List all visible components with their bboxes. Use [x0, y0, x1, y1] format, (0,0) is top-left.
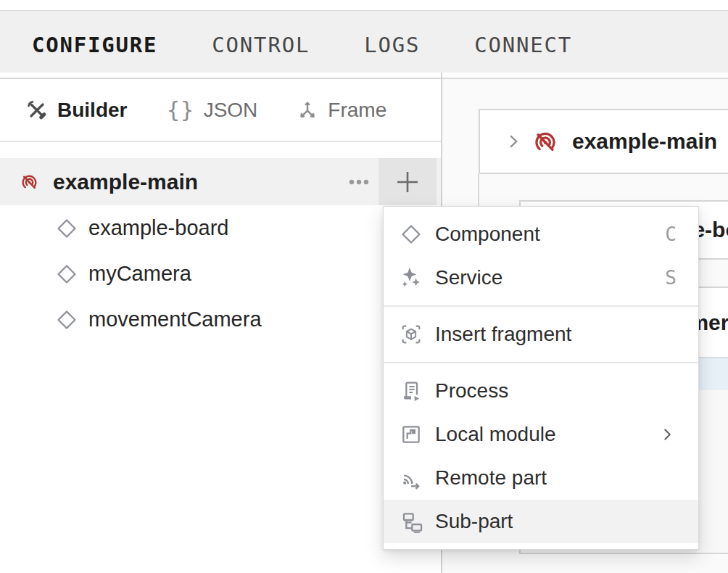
tab-control[interactable]: CONTROL [212, 33, 310, 57]
main-nav: CONFIGURE CONTROL LOGS CONNECT [0, 11, 728, 73]
mode-json[interactable]: {} JSON [166, 99, 257, 122]
window-top-strip [0, 0, 728, 11]
view-mode-toolbar: Builder {} JSON Frame [0, 79, 441, 142]
submenu-chevron-icon [658, 425, 677, 444]
tab-connect[interactable]: CONNECT [474, 33, 572, 57]
frame-axes-icon [297, 99, 318, 121]
menu-item-sub-part[interactable]: Sub-part [384, 500, 698, 543]
menu-item-label: Service [435, 266, 502, 289]
menu-section-resources: Component C Service S [384, 207, 698, 305]
remote-part-icon [400, 466, 423, 490]
chevron-right-icon[interactable] [504, 132, 523, 151]
tree-item-example-board[interactable]: example-board [0, 205, 441, 251]
tab-configure[interactable]: CONFIGURE [32, 33, 157, 57]
mode-frame-label: Frame [328, 99, 386, 122]
menu-item-label: Remote part [435, 466, 547, 490]
menu-item-local-module[interactable]: Local module [384, 413, 698, 456]
tree-item-mycamera[interactable]: myCamera [0, 251, 441, 297]
more-options-icon[interactable] [348, 178, 370, 186]
component-diamond-icon [55, 217, 78, 240]
tree-item-label: example-board [88, 216, 228, 240]
shortcut-key: C [665, 223, 677, 245]
insert-fragment-icon [400, 323, 423, 346]
menu-item-component[interactable]: Component C [384, 213, 698, 256]
part-card-title: example-main [572, 129, 717, 154]
menu-item-remote-part[interactable]: Remote part [384, 456, 698, 500]
menu-item-label: Local module [435, 423, 556, 446]
component-diamond-icon [55, 308, 78, 331]
tree-item-label: myCamera [88, 262, 191, 286]
offline-icon [20, 173, 38, 191]
mode-builder-label: Builder [57, 99, 127, 122]
local-module-icon [400, 423, 423, 446]
tools-icon [26, 99, 48, 121]
process-icon [400, 379, 423, 403]
sub-part-icon [400, 510, 423, 533]
menu-item-label: Component [435, 223, 540, 246]
menu-item-label: Process [435, 379, 508, 403]
mode-frame[interactable]: Frame [297, 99, 386, 122]
menu-item-process[interactable]: Process [384, 369, 698, 413]
offline-icon [533, 129, 558, 154]
menu-item-insert-fragment[interactable]: Insert fragment [384, 313, 698, 356]
resource-tree: example-board myCamera movementCamera [0, 205, 441, 342]
tab-logs[interactable]: LOGS [364, 33, 420, 57]
component-diamond-icon [400, 223, 423, 246]
mode-builder[interactable]: Builder [26, 99, 127, 122]
part-row-example-main[interactable]: example-main [0, 158, 441, 205]
viam-configure-screen: CONFIGURE CONTROL LOGS CONNECT Builder {… [0, 0, 728, 573]
braces-icon: {} [166, 99, 194, 121]
config-sidebar: Builder {} JSON Frame [0, 79, 441, 573]
menu-item-label: Insert fragment [435, 323, 571, 346]
menu-item-label: Sub-part [435, 510, 513, 533]
shortcut-key: S [665, 267, 677, 289]
add-resource-menu: Component C Service S [383, 206, 699, 550]
component-diamond-icon [55, 263, 78, 286]
part-name: example-main [53, 170, 198, 194]
service-sparkles-icon [400, 266, 423, 289]
tree-item-movementcamera[interactable]: movementCamera [0, 297, 441, 342]
menu-item-service[interactable]: Service S [384, 256, 698, 300]
menu-section-fragment: Insert fragment [384, 305, 698, 362]
add-resource-button[interactable] [379, 158, 437, 205]
mode-json-label: JSON [204, 99, 258, 122]
plus-icon [394, 169, 421, 195]
menu-section-advanced: Process Local module [384, 362, 698, 549]
tree-item-label: movementCamera [88, 308, 262, 331]
part-card-example-main[interactable]: example-main [479, 109, 728, 174]
